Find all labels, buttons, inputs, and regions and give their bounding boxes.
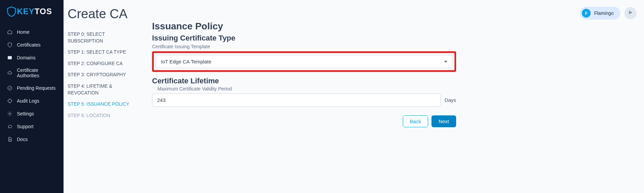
- lifetime-row: Days: [152, 93, 456, 107]
- brand-text: KEYTOS: [17, 7, 52, 16]
- lifetime-label: Maximum Certificate Validity Period: [157, 86, 456, 91]
- id-card-icon: [7, 55, 13, 61]
- sidebar-item-certificates[interactable]: Certificates: [0, 38, 64, 51]
- page-title: Create CA: [68, 7, 139, 21]
- content-grid: Create CA STEP 0: SELECT SUBSCRIPTION ST…: [64, 0, 644, 127]
- sidebar-item-docs[interactable]: Docs: [0, 133, 64, 146]
- svg-rect-0: [8, 56, 12, 59]
- logout-icon: [628, 10, 633, 17]
- sidebar-item-label: Certificates: [17, 42, 41, 48]
- template-highlight: IoT Edge CA Template: [152, 51, 456, 72]
- shield-check-icon: [7, 42, 13, 48]
- button-row: Back Next: [152, 115, 456, 127]
- sidebar-item-label: Support: [17, 124, 33, 129]
- lifetime-title: Certificate Lifetime: [152, 77, 456, 85]
- crosshair-icon: [7, 98, 13, 104]
- user-name: Flamingo: [594, 10, 614, 16]
- brand-logo[interactable]: KEYTOS: [0, 0, 64, 24]
- check-circle-icon: [7, 85, 13, 91]
- template-select[interactable]: IoT Edge CA Template: [156, 55, 452, 68]
- sidebar-item-label: Certificate Authorities: [17, 67, 57, 78]
- home-icon: [7, 29, 13, 35]
- sidebar-item-label: Settings: [17, 111, 34, 116]
- sidebar-item-label: Docs: [17, 137, 28, 142]
- form-column: Issuance Policy Issuing Certificate Type…: [152, 7, 456, 127]
- cert-type-title: Issuing Certificate Type: [152, 34, 456, 43]
- user-menu[interactable]: F Flamingo: [580, 7, 620, 20]
- shield-icon: [7, 6, 16, 17]
- svg-point-3: [9, 113, 10, 114]
- sidebar: KEYTOS Home Certificates Domains Certifi…: [0, 0, 64, 193]
- wizard-steps: STEP 0: SELECT SUBSCRIPTION STEP 1: SELE…: [68, 29, 139, 121]
- step-4[interactable]: STEP 4: LIFETIME & REVOCATION: [68, 81, 139, 99]
- sidebar-item-settings[interactable]: Settings: [0, 107, 64, 120]
- step-6: STEP 6: LOCATION: [68, 110, 139, 121]
- section-title: Issuance Policy: [152, 21, 456, 32]
- sidebar-item-cas[interactable]: Certificate Authorities: [0, 64, 64, 82]
- step-5[interactable]: STEP 5: ISSUANCE POLICY: [68, 99, 139, 110]
- sidebar-item-pending[interactable]: Pending Requests: [0, 82, 64, 94]
- sidebar-item-label: Home: [17, 29, 29, 35]
- step-3[interactable]: STEP 3: CRYPTOGRAPHY: [68, 69, 139, 81]
- lifetime-input[interactable]: [152, 93, 441, 107]
- back-button[interactable]: Back: [403, 115, 428, 127]
- svg-point-2: [8, 99, 12, 103]
- sidebar-item-label: Pending Requests: [17, 85, 55, 91]
- logout-button[interactable]: [624, 7, 637, 19]
- template-label: Certificate Issuing Template: [152, 44, 456, 49]
- step-1[interactable]: STEP 1: SELECT CA TYPE: [68, 47, 139, 58]
- topbar: F Flamingo: [580, 7, 637, 20]
- sidebar-item-domains[interactable]: Domains: [0, 51, 64, 64]
- sidebar-item-label: Audit Logs: [17, 98, 39, 104]
- template-value: IoT Edge CA Template: [161, 59, 212, 64]
- sidebar-item-support[interactable]: Support: [0, 120, 64, 133]
- chevron-down-icon: [444, 61, 447, 63]
- main-content: F Flamingo Create CA STEP 0: SELECT SUBS…: [64, 0, 644, 193]
- gear-icon: [7, 111, 13, 117]
- sidebar-item-audit[interactable]: Audit Logs: [0, 94, 64, 107]
- step-2[interactable]: STEP 2: CONFIGURE CA: [68, 58, 139, 70]
- step-0[interactable]: STEP 0: SELECT SUBSCRIPTION: [68, 29, 139, 47]
- cloud-icon: [7, 70, 13, 76]
- nav-list: Home Certificates Domains Certificate Au…: [0, 24, 64, 147]
- avatar: F: [582, 9, 591, 18]
- steps-column: Create CA STEP 0: SELECT SUBSCRIPTION ST…: [68, 7, 139, 127]
- sidebar-item-home[interactable]: Home: [0, 26, 64, 38]
- next-button[interactable]: Next: [431, 115, 456, 127]
- sidebar-item-label: Domains: [17, 55, 35, 60]
- document-icon: [7, 136, 13, 142]
- lifetime-unit: Days: [445, 97, 456, 103]
- chat-icon: [7, 123, 13, 130]
- svg-point-1: [8, 86, 12, 90]
